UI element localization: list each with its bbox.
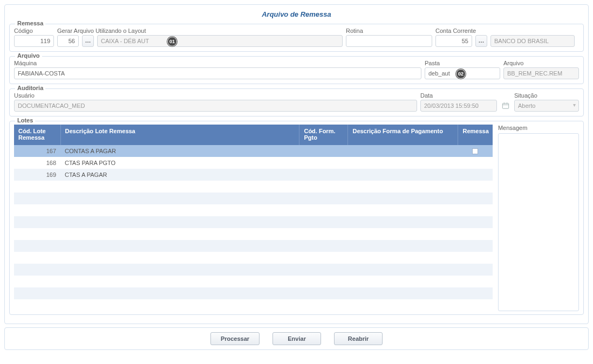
col-remessa[interactable]: Remessa (458, 125, 493, 145)
fieldset-lotes: Lotes Cód. Lote Remessa Descrição Lote R… (9, 121, 584, 315)
ellipsis-icon: … (85, 37, 91, 44)
fieldset-arquivo: Arquivo Máquina Pasta 02 Arquivo (9, 56, 584, 84)
situacao-select[interactable] (514, 100, 579, 112)
situacao-label: Situação (514, 92, 579, 99)
legend-lotes: Lotes (15, 117, 35, 123)
fieldset-remessa: Remessa Código Gerar Arquivo Utilizando … (9, 24, 584, 52)
table-row[interactable] (14, 181, 493, 193)
data-input (420, 100, 497, 112)
table-row[interactable] (14, 204, 493, 216)
col-desc-lote[interactable]: Descrição Lote Remessa (60, 125, 299, 145)
layout-label: Gerar Arquivo Utilizando o Layout (57, 28, 343, 34)
legend-arquivo: Arquivo (15, 52, 42, 59)
banco-input (490, 35, 575, 47)
layout-code-input[interactable] (57, 35, 79, 47)
remessa-checkbox[interactable] (472, 148, 478, 154)
table-row[interactable] (14, 228, 493, 240)
mensagem-box[interactable] (498, 133, 579, 311)
table-row[interactable] (14, 216, 493, 228)
footer-bar: Processar Enviar Reabrir (4, 327, 589, 350)
rotina-input[interactable] (346, 35, 432, 47)
arquivo-name-label: Arquivo (503, 60, 579, 66)
main-panel: Arquivo de Remessa Remessa Código Gerar … (4, 4, 589, 324)
table-row[interactable] (14, 264, 493, 276)
rotina-label: Rotina (346, 28, 432, 34)
col-cod-lote[interactable]: Cód. Lote Remessa (14, 125, 60, 145)
usuario-label: Usuário (14, 92, 417, 99)
table-row[interactable]: 167CONTAS A PAGAR (14, 145, 493, 157)
legend-remessa: Remessa (15, 20, 45, 26)
reabrir-button[interactable]: Reabrir (334, 332, 383, 345)
table-row[interactable]: 169CTAS A PAGAR (14, 169, 493, 181)
table-row[interactable]: 168CTAS PARA PGTO (14, 157, 493, 169)
col-cod-form[interactable]: Cód. Form. Pgto (299, 125, 348, 145)
table-row[interactable] (14, 240, 493, 252)
annotation-marker-02: 02 (456, 69, 466, 79)
table-row[interactable] (14, 252, 493, 264)
enviar-button[interactable]: Enviar (272, 332, 321, 345)
codigo-input[interactable] (14, 35, 54, 47)
page-title: Arquivo de Remessa (9, 10, 584, 18)
mensagem-label: Mensagem (498, 125, 579, 131)
ellipsis-icon: … (479, 37, 485, 44)
calendar-icon[interactable] (500, 100, 511, 112)
layout-lookup-button[interactable]: … (82, 35, 94, 47)
conta-lookup-button[interactable]: … (475, 35, 487, 47)
lotes-table[interactable]: Cód. Lote Remessa Descrição Lote Remessa… (14, 125, 493, 299)
arquivo-name-input (503, 67, 579, 79)
conta-input[interactable] (435, 35, 472, 47)
codigo-label: Código (14, 28, 54, 34)
layout-desc-input (97, 35, 343, 47)
usuario-input (14, 100, 417, 112)
table-row[interactable] (14, 287, 493, 299)
maquina-label: Máquina (14, 60, 421, 66)
fieldset-auditoria: Auditoria Usuário Data (9, 88, 584, 116)
legend-auditoria: Auditoria (15, 85, 45, 91)
table-row[interactable] (14, 193, 493, 204)
pasta-label: Pasta (425, 60, 500, 66)
table-row[interactable] (14, 276, 493, 287)
maquina-input[interactable] (14, 67, 421, 79)
col-desc-form[interactable]: Descrição Forma de Pagamento (348, 125, 458, 145)
data-label: Data (420, 92, 511, 99)
svg-rect-0 (502, 104, 508, 109)
processar-button[interactable]: Processar (210, 332, 260, 345)
annotation-marker-01: 01 (167, 37, 177, 46)
conta-label: Conta Corrente (435, 28, 575, 34)
